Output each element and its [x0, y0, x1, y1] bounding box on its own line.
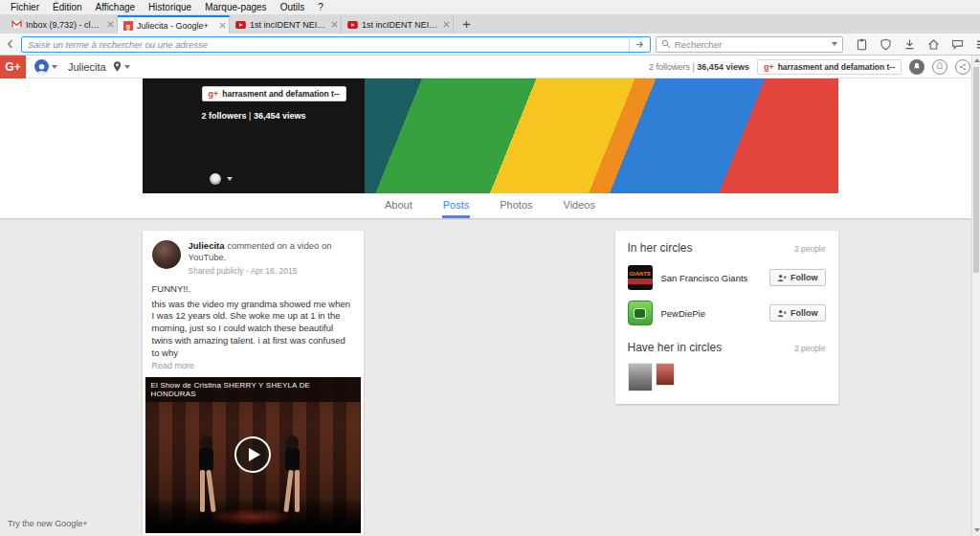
- cover-avatar-menu[interactable]: [210, 173, 233, 185]
- post-header: Juliecita commented on a video on YouTub…: [143, 231, 364, 279]
- circle-member-avatar[interactable]: [656, 363, 675, 386]
- toolbar-icons: [854, 36, 980, 52]
- youtube-icon: [235, 21, 246, 29]
- menu-historique[interactable]: Historique: [142, 1, 198, 13]
- bell-icon[interactable]: [932, 59, 947, 75]
- back-button[interactable]: [5, 35, 16, 53]
- tab-close-icon[interactable]: [107, 21, 114, 28]
- person-add-icon: [777, 274, 787, 282]
- tab-close-icon[interactable]: [331, 21, 338, 28]
- video-thumbnail[interactable]: El Show de Cristina SHERRY Y SHEYLA DE H…: [145, 377, 361, 533]
- tab-gmail[interactable]: Inbox (9,732) - clairefelicit...: [6, 15, 118, 34]
- notifications-icon[interactable]: [909, 59, 924, 75]
- gplus-favicon: g: [123, 21, 133, 31]
- tab-close-icon[interactable]: [443, 21, 450, 28]
- gplus-badge-icon: g+: [209, 89, 219, 99]
- pewdiepie-logo: [628, 301, 653, 325]
- tab-youtube-2[interactable]: 1st incIDENT NEIGHBOR o...: [342, 15, 454, 34]
- profile-stats: 2 followers | 36,454 views: [649, 62, 749, 72]
- follow-button[interactable]: Follow: [769, 304, 826, 322]
- tab-title: Inbox (9,732) - clairefelicit...: [26, 20, 103, 30]
- gplus-topbar: G+ Juliecita 2 followers | 36,454 views …: [0, 56, 980, 78]
- cover-stats: 2 followers | 36,454 views: [202, 111, 365, 121]
- cover-art-image: [365, 78, 838, 193]
- circle-row-pewdiepie: PewDiePie Follow: [628, 301, 826, 325]
- search-input[interactable]: [675, 39, 825, 50]
- sidebar: In her circles 2 people GIANTS San Franc…: [615, 231, 838, 404]
- menu-edition[interactable]: Édition: [46, 1, 89, 13]
- youtube-icon: [347, 21, 358, 29]
- shield-icon[interactable]: [878, 36, 893, 52]
- gplus-logo[interactable]: G+: [0, 56, 26, 78]
- tab-photos[interactable]: Photos: [499, 193, 533, 218]
- menu-fichier[interactable]: Fichier: [4, 1, 46, 13]
- tab-title: Juliecita - Google+: [137, 21, 215, 31]
- menu-icon[interactable]: [973, 36, 980, 52]
- url-input[interactable]: [22, 39, 629, 50]
- clipboard-icon[interactable]: [854, 36, 869, 52]
- circle-member-name[interactable]: San Francisco Giants: [661, 273, 762, 283]
- hello-chat-icon[interactable]: [949, 36, 965, 52]
- post-author-avatar[interactable]: [152, 240, 181, 269]
- tab-about[interactable]: About: [384, 193, 413, 218]
- menu-outils[interactable]: Outils: [274, 1, 312, 13]
- scrollbar-thumb[interactable]: [973, 67, 979, 273]
- tab-bar: Inbox (9,732) - clairefelicit... g Julie…: [0, 15, 980, 34]
- menu-aide[interactable]: ?: [311, 1, 330, 13]
- search-engine-caret-icon[interactable]: [832, 42, 837, 46]
- circle-member-name[interactable]: PewDiePie: [661, 308, 762, 319]
- account-caret-icon[interactable]: [52, 65, 57, 69]
- topbar-right: 2 followers | 36,454 views g+ harrasment…: [649, 59, 970, 75]
- have-circles-count: 2 people: [794, 344, 826, 353]
- tab-posts[interactable]: Posts: [442, 193, 471, 218]
- download-icon[interactable]: [902, 36, 917, 52]
- gmail-icon: [11, 20, 22, 29]
- have-circles-title: Have her in circles: [628, 341, 723, 354]
- follow-button[interactable]: Follow: [769, 269, 826, 286]
- tab-close-icon[interactable]: [219, 22, 226, 29]
- menu-marque-pages[interactable]: Marque-pages: [198, 1, 273, 13]
- profile-caret-icon[interactable]: [124, 65, 130, 69]
- reply-on-youtube-link[interactable]: Reply on YouTube: [143, 533, 364, 535]
- post-text: FUNNY!!. this was the video my grandma s…: [143, 279, 364, 360]
- dancer-figure: [191, 436, 222, 512]
- page-scrollbar[interactable]: [971, 56, 980, 535]
- scrollbar-down-arrow[interactable]: [974, 528, 980, 532]
- location-pin-icon: [113, 61, 122, 72]
- dancer-figure: [278, 436, 308, 512]
- post-meta: Shared publicly - Apr 16, 2015: [189, 266, 354, 276]
- share-icon[interactable]: [955, 59, 970, 75]
- account-avatar[interactable]: [34, 59, 49, 74]
- scrollbar-up-arrow[interactable]: [974, 58, 980, 62]
- search-icon: [661, 39, 671, 49]
- cover-report-badge[interactable]: g+ harrasment and defamation t--: [202, 86, 346, 101]
- giants-logo: GIANTS: [628, 265, 653, 290]
- url-bar: [21, 36, 651, 53]
- cover-overlay-panel: g+ harrasment and defamation t-- 2 follo…: [143, 78, 365, 193]
- read-more-link[interactable]: Read more: [143, 360, 364, 377]
- cover-caret-icon: [227, 177, 233, 181]
- circle-member-avatar[interactable]: [628, 363, 653, 391]
- profile-name: Juliecita: [68, 61, 106, 73]
- go-arrow-icon[interactable]: [629, 37, 650, 52]
- main-content: Juliecita commented on a video on YouTub…: [143, 218, 838, 535]
- report-badge-button[interactable]: g+ harrasment and defamation t--: [757, 59, 902, 75]
- cover-section: g+ harrasment and defamation t-- 2 follo…: [0, 78, 980, 193]
- tab-youtube-1[interactable]: 1st incIDENT NEIGHBOR o...: [230, 15, 342, 34]
- post-author-link[interactable]: Juliecita: [189, 240, 225, 251]
- new-tab-button[interactable]: [454, 15, 479, 34]
- circle-row-giants: GIANTS San Francisco Giants Follow: [628, 265, 826, 290]
- home-icon[interactable]: [925, 36, 941, 52]
- video-title-overlay: El Show de Cristina SHERRY Y SHEYLA DE H…: [145, 377, 361, 402]
- play-button[interactable]: [234, 436, 271, 473]
- gplus-badge-icon: g+: [764, 62, 774, 72]
- tab-videos[interactable]: Videos: [563, 193, 596, 218]
- try-new-googleplus-link[interactable]: Try the new Google+: [8, 519, 87, 528]
- in-circles-count: 2 people: [794, 244, 826, 254]
- menubar: Fichier Édition Affichage Historique Mar…: [0, 0, 980, 15]
- circles-card: In her circles 2 people GIANTS San Franc…: [615, 231, 838, 404]
- tab-title: 1st incIDENT NEIGHBOR o...: [250, 20, 327, 30]
- person-add-icon: [777, 309, 787, 318]
- tab-googleplus[interactable]: g Juliecita - Google+: [118, 15, 230, 34]
- menu-affichage[interactable]: Affichage: [89, 1, 143, 13]
